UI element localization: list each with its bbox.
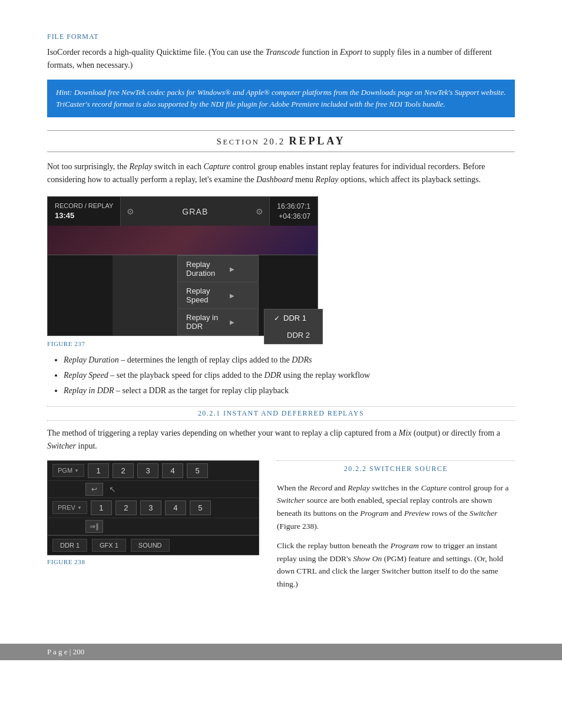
figure-237-image: RECORD / REPLAY 13:45 ⚙ GRAB ⚙ 16:36:07:… <box>47 196 318 337</box>
replay-menu: Replay Duration ▶ Replay Speed ▶ Replay … <box>177 255 259 335</box>
prev-btn-2[interactable]: 2 <box>115 500 137 515</box>
gear-icon-right: ⚙ <box>256 207 263 216</box>
prev-btn-1[interactable]: 1 <box>91 500 112 515</box>
subsection-20-2-2-body2: Click the replay button beneath the Prog… <box>277 539 515 590</box>
section-label: SECTION 20.2 <box>216 137 289 146</box>
hint-box: Hint: Download free NewTek codec packs f… <box>47 80 515 117</box>
figure-238-label: Figure 238 <box>47 558 265 565</box>
record-replay-title: RECORD / REPLAY <box>55 202 113 210</box>
replay-icon-prev[interactable]: ⇒∥ <box>85 520 103 533</box>
subsection-20-2-1-heading: 20.2.1 Instant and Deferred Replays <box>47 406 515 421</box>
prev-label: PREV ▼ <box>52 501 87 514</box>
ddr1-option[interactable]: ✓ DDR 1 <box>265 309 322 327</box>
time-line1: 16:36:07:1 <box>277 202 310 212</box>
pgm-btn-2[interactable]: 2 <box>113 463 134 478</box>
submenu-arrow-speed: ▶ <box>230 292 234 299</box>
gfx1-bar-item[interactable]: GFX 1 <box>92 539 126 552</box>
prev-btn-3[interactable]: 3 <box>140 500 161 515</box>
prev-btn-5[interactable]: 5 <box>190 500 211 515</box>
preview-thumbnail <box>48 226 318 255</box>
menu-item-replay-ddr[interactable]: Replay in DDR ▶ ✓ DDR 1 DDR 2 <box>178 309 258 335</box>
figure-237-container: RECORD / REPLAY 13:45 ⚙ GRAB ⚙ 16:36:07:… <box>47 196 515 338</box>
section-20-2-intro: Not too surprisingly, the Replay switch … <box>47 160 515 187</box>
pgm-btn-3[interactable]: 3 <box>137 463 158 478</box>
bullet-replay-in-ddr: Replay in DDR – select a DDR as the targ… <box>64 384 515 398</box>
subsection-20-2-1-body: The method of triggering a replay varies… <box>47 427 515 453</box>
file-format-heading: File Format <box>47 32 515 41</box>
pgm-btn-5[interactable]: 5 <box>187 463 208 478</box>
ddr2-option[interactable]: DDR 2 <box>265 327 322 344</box>
prev-text: PREV <box>58 504 75 511</box>
replay-icon-pgm[interactable]: ↩ <box>85 483 103 496</box>
grab-area: ⚙ GRAB ⚙ <box>121 197 269 226</box>
replay-title: Replay <box>289 135 345 147</box>
ddr1-label: DDR 1 <box>283 314 306 322</box>
ddr-submenu: ✓ DDR 1 DDR 2 <box>264 309 323 344</box>
ddr1-checkmark: ✓ <box>274 314 280 322</box>
submenu-arrow-ddr: ▶ <box>230 319 234 325</box>
time-display: 16:36:07:1 +04:36:07 <box>269 197 318 226</box>
replay-duration-label: Replay Duration <box>186 260 224 278</box>
pgm-btn-4[interactable]: 4 <box>162 463 183 478</box>
ddr2-no-check <box>274 331 283 340</box>
figure-238-col: PGM ▼ 1 2 3 4 5 ↩ ↖ PREV <box>47 460 265 598</box>
page-content: File Format IsoCorder records a high-qua… <box>0 0 562 633</box>
bullet-replay-duration: Replay Duration – determines the length … <box>64 353 515 367</box>
subsection-20-2-2-col: 20.2.2 Switcher Source When the Record a… <box>277 460 515 598</box>
section-20-2-heading: SECTION 20.2 Replay <box>47 130 515 152</box>
record-replay-label: RECORD / REPLAY 13:45 <box>48 197 121 226</box>
page-footer: P a g e | 200 <box>0 644 562 660</box>
replay-bullet-list: Replay Duration – determines the length … <box>64 353 515 397</box>
pgm-row: PGM ▼ 1 2 3 4 5 <box>48 461 259 481</box>
record-replay-time: 13:45 <box>55 210 113 221</box>
sound-bar-item[interactable]: SOUND <box>131 539 170 552</box>
submenu-arrow-duration: ▶ <box>230 266 234 272</box>
cursor-icon: ↖ <box>109 485 116 494</box>
ddr1-bar-item[interactable]: DDR 1 <box>52 539 87 552</box>
prev-btn-4[interactable]: 4 <box>165 500 186 515</box>
subsection-20-2-2-heading: 20.2.2 Switcher Source <box>277 460 515 477</box>
bullet-replay-speed: Replay Speed – set the playback speed fo… <box>64 368 515 383</box>
file-format-section: File Format IsoCorder records a high-qua… <box>47 32 515 117</box>
replay-in-ddr-label: Replay in DDR <box>186 313 224 331</box>
file-format-body: IsoCorder records a high-quality Quickti… <box>47 46 515 73</box>
prev-replay-row: ⇒∥ <box>48 518 259 535</box>
bottom-source-bar: DDR 1 GFX 1 SOUND <box>48 535 259 555</box>
menu-item-replay-speed[interactable]: Replay Speed ▶ <box>178 282 258 309</box>
pgm-btn-1[interactable]: 1 <box>88 463 109 478</box>
pgm-text: PGM <box>58 467 72 474</box>
gear-icon-left: ⚙ <box>127 207 134 216</box>
subsection-20-2-2-body1: When the Record and Replay switches in t… <box>277 482 515 532</box>
pgm-dropdown-arrow: ▼ <box>74 468 79 473</box>
pgm-label: PGM ▼ <box>52 464 84 477</box>
replay-speed-label: Replay Speed <box>186 286 224 304</box>
pgm-replay-row: ↩ ↖ <box>48 481 259 498</box>
grab-label: GRAB <box>182 207 208 216</box>
page-number: P a g e | 200 <box>47 647 84 656</box>
menu-item-replay-duration[interactable]: Replay Duration ▶ <box>178 256 258 282</box>
time-line2: +04:36:07 <box>277 212 310 222</box>
ddr2-label: DDR 2 <box>287 331 310 340</box>
menu-row: Replay Duration ▶ Replay Speed ▶ Replay … <box>48 255 318 335</box>
prev-dropdown-arrow: ▼ <box>77 505 82 510</box>
two-col-layout: PGM ▼ 1 2 3 4 5 ↩ ↖ PREV <box>47 460 515 598</box>
hint-text: Hint: Download free NewTek codec packs f… <box>56 88 506 108</box>
prev-row: PREV ▼ 1 2 3 4 5 <box>48 498 259 518</box>
figure-238-image: PGM ▼ 1 2 3 4 5 ↩ ↖ PREV <box>47 460 259 555</box>
